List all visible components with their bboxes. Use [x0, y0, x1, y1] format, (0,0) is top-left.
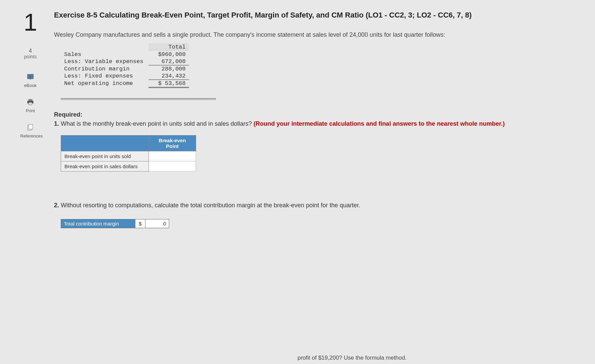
break-even-answer-table: Break-even Point Break-even point in uni…	[61, 135, 196, 172]
svg-rect-2	[29, 102, 32, 105]
income-row-label: Net operating income	[61, 80, 148, 87]
break-even-units-input[interactable]	[149, 151, 196, 161]
cm-currency: $	[135, 219, 145, 228]
q1-lead: 1.	[54, 120, 61, 127]
references-button[interactable]: References	[20, 123, 40, 139]
documents-icon	[26, 123, 35, 131]
svg-rect-5	[29, 124, 33, 129]
contribution-margin-table: Total contribution margin $ 0	[61, 219, 169, 228]
svg-rect-0	[28, 99, 32, 101]
question-number: 1	[13, 10, 47, 34]
q2-text: Without resorting to computations, calcu…	[61, 202, 360, 209]
q1-hint: (Round your intermediate calculations an…	[253, 120, 505, 127]
points-value: 4	[13, 48, 47, 54]
book-icon	[26, 73, 35, 81]
income-row-value: 672,000	[148, 58, 189, 65]
table-empty-header	[61, 135, 149, 151]
ebook-label: eBook	[24, 83, 37, 88]
printer-icon	[26, 98, 35, 106]
q1-text: What is the monthly break-even point in …	[61, 120, 253, 127]
break-even-dollars-input[interactable]	[149, 161, 196, 171]
table-row-label: Break-even point in sales dollars	[61, 161, 149, 171]
table-row-label: Break-even point in units sold	[61, 151, 149, 161]
income-row-value: 234,432	[148, 72, 189, 80]
income-row-value: $ 53,568	[148, 80, 189, 87]
income-row-label: Less: Fixed expenses	[61, 72, 148, 80]
income-row-label: Contribution margin	[61, 65, 148, 72]
points-label: points	[13, 54, 47, 59]
income-header: Total	[148, 43, 189, 51]
income-row-value: $960,000	[148, 51, 189, 58]
svg-point-3	[32, 101, 33, 102]
divider	[61, 98, 216, 100]
table-header: Break-even Point	[149, 135, 196, 151]
income-row-label: Less: Variable expenses	[61, 58, 148, 65]
q2-lead: 2.	[54, 202, 61, 209]
required-heading: Required:	[54, 111, 82, 118]
cm-value-input[interactable]: 0	[145, 219, 169, 228]
print-label: Print	[26, 108, 35, 113]
exercise-title: Exercise 8-5 Calculating Break-Even Poin…	[54, 10, 582, 21]
income-row-label: Sales	[61, 51, 148, 58]
income-statement-table: Total Sales$960,000 Less: Variable expen…	[61, 43, 189, 88]
print-button[interactable]: Print	[20, 98, 40, 113]
ebook-button[interactable]: eBook	[20, 73, 40, 88]
cm-label: Total contribution margin	[61, 219, 135, 228]
footer-cutoff-text: profit of $19,200? Use the formula metho…	[298, 355, 407, 361]
references-label: References	[20, 133, 43, 139]
income-row-value: 288,000	[148, 65, 189, 72]
intro-paragraph: Wesley Company manufactures and sells a …	[54, 31, 582, 39]
